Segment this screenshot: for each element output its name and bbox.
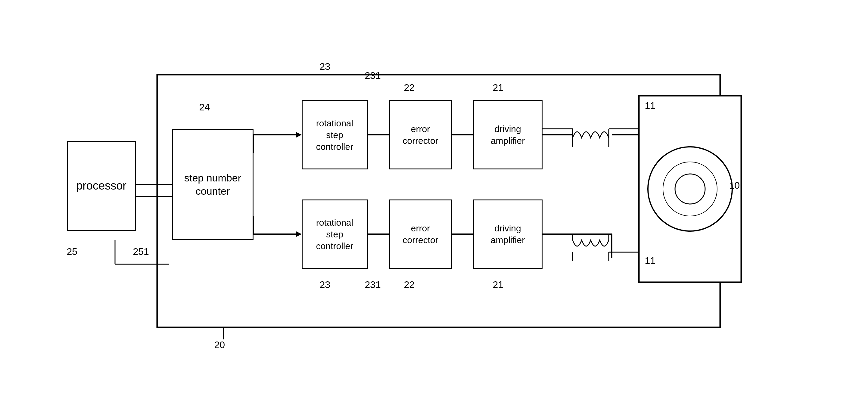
svg-point-37 — [663, 162, 717, 216]
svg-marker-10 — [296, 231, 302, 237]
driving-amp-bot-block: driving amplifier — [473, 200, 542, 269]
rot-step-ctrl-top-block: rotational step controller — [302, 100, 368, 169]
label-251: 251 — [133, 246, 149, 257]
processor-block: processor — [67, 141, 136, 231]
error-corrector-bot-block: error corrector — [389, 200, 452, 269]
label-23-top: 23 — [320, 61, 331, 72]
label-22-bot: 22 — [404, 279, 415, 290]
driving-amp-top-block: driving amplifier — [473, 100, 542, 169]
label-24: 24 — [199, 102, 210, 113]
label-231-bot: 231 — [365, 279, 381, 290]
label-21-top: 21 — [493, 82, 504, 93]
label-22-top: 22 — [404, 82, 415, 93]
svg-rect-34 — [639, 96, 741, 282]
label-10: 10 — [729, 180, 740, 191]
svg-marker-7 — [296, 132, 302, 138]
step-number-counter-block: step number counter — [172, 129, 253, 240]
label-21-bot: 21 — [493, 279, 504, 290]
diagram-container: processor step number counter rotational… — [43, 35, 826, 367]
label-11-bot: 11 — [645, 255, 656, 266]
label-11-top: 11 — [645, 100, 656, 111]
label-20: 20 — [214, 339, 225, 350]
svg-point-35 — [648, 147, 732, 231]
error-corrector-top-block: error corrector — [389, 100, 452, 169]
label-25: 25 — [67, 246, 78, 257]
label-23-bot: 23 — [320, 279, 331, 290]
svg-point-36 — [675, 174, 705, 204]
label-231-top: 231 — [365, 70, 381, 81]
rot-step-ctrl-bot-block: rotational step controller — [302, 200, 368, 269]
